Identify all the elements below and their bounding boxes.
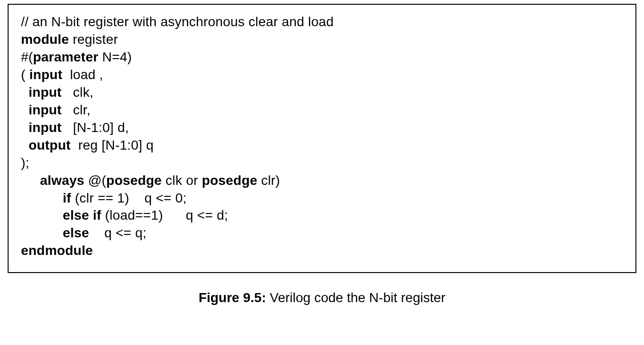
code-keyword: output: [29, 138, 70, 152]
code-text: [21, 102, 29, 117]
code-text: [21, 138, 29, 152]
code-keyword: input: [29, 85, 61, 100]
code-line: ( input load ,: [21, 66, 623, 84]
code-line: module register: [21, 31, 623, 49]
code-keyword: input: [30, 67, 62, 82]
code-text: [21, 225, 63, 240]
code-line: #(parameter N=4): [21, 49, 623, 66]
caption-label: Figure 9.5:: [199, 290, 266, 305]
code-line: always @(posedge clk or posedge clr): [21, 172, 623, 190]
code-line: if (clr == 1) q <= 0;: [21, 190, 623, 207]
code-line: input clk,: [21, 84, 623, 101]
code-text: [21, 173, 40, 188]
code-text: (load==1) q <= d;: [101, 208, 228, 223]
code-text: load ,: [62, 67, 103, 82]
code-text: @(: [84, 173, 106, 188]
code-text: [21, 208, 63, 223]
code-keyword: posedge: [202, 173, 258, 188]
code-text: [21, 191, 63, 205]
code-text: N=4): [99, 50, 132, 64]
code-keyword: always: [40, 173, 84, 188]
code-line: else if (load==1) q <= d;: [21, 207, 623, 224]
code-keyword: input: [29, 120, 61, 135]
code-text: clk or: [162, 173, 202, 188]
code-keyword: else: [63, 225, 89, 240]
code-keyword: input: [29, 102, 61, 117]
code-text: [N-1:0] d,: [61, 120, 129, 135]
code-text: register: [69, 32, 118, 47]
code-keyword: else if: [63, 208, 101, 223]
code-keyword: endmodule: [21, 243, 93, 258]
code-box: // an N-bit register with asynchronous c…: [8, 4, 636, 273]
code-text: clr): [257, 173, 280, 188]
code-line: input clr,: [21, 101, 623, 119]
code-line: endmodule: [21, 242, 623, 260]
code-line: output reg [N-1:0] q: [21, 137, 623, 154]
code-text: clk,: [61, 85, 93, 100]
code-keyword: parameter: [33, 50, 98, 64]
code-line: // an N-bit register with asynchronous c…: [21, 13, 623, 31]
code-keyword: module: [21, 32, 69, 47]
code-text: q <= q;: [89, 225, 147, 240]
code-line: else q <= q;: [21, 224, 623, 242]
figure-caption: Figure 9.5: Verilog code the N-bit regis…: [0, 290, 644, 305]
code-text: clr,: [61, 102, 91, 117]
code-text: [21, 85, 29, 100]
code-keyword: posedge: [106, 173, 162, 188]
code-text: (: [21, 67, 30, 82]
code-line: );: [21, 154, 623, 172]
code-text: // an N-bit register with asynchronous c…: [21, 14, 334, 29]
code-text: (clr == 1) q <= 0;: [71, 191, 187, 205]
code-text: #(: [21, 50, 33, 64]
caption-text: Verilog code the N-bit register: [266, 290, 445, 305]
code-keyword: if: [63, 191, 71, 205]
code-text: reg [N-1:0] q: [70, 138, 153, 152]
code-text: );: [21, 155, 30, 170]
code-text: [21, 120, 29, 135]
code-line: input [N-1:0] d,: [21, 119, 623, 137]
